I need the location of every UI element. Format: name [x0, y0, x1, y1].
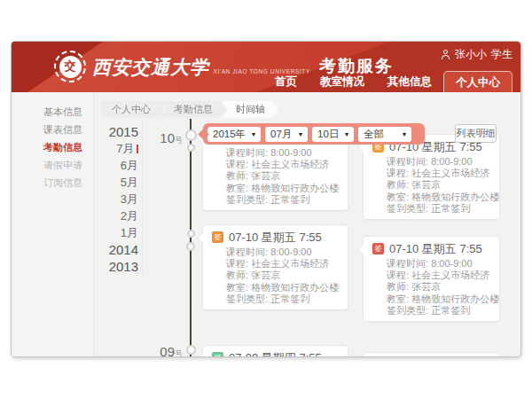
- user-name: 张小小: [455, 47, 487, 62]
- field-label: 课程时间:: [387, 258, 428, 269]
- field-value: 正常签到: [431, 203, 470, 214]
- field-label: 教师:: [387, 281, 409, 292]
- user-info[interactable]: 张小小 学生: [441, 47, 512, 62]
- field-label: 课程:: [387, 270, 409, 280]
- university-name: 西安交通大学: [92, 56, 209, 78]
- field-value: 正常签到: [270, 194, 309, 205]
- timeline-month-nav: 2015 7月 6月 5月 3月 2月 1月 2014 2013: [50, 123, 138, 275]
- card-header: 签 07-10 星期五 7:55: [212, 231, 339, 244]
- card-field: 教室: 格物致知行政办公楼: [387, 293, 490, 305]
- field-value: 格物致知行政办公楼: [411, 293, 499, 304]
- nav-item-classrooms[interactable]: 教室情况: [315, 71, 370, 92]
- nav-item-other-info[interactable]: 其他信息: [382, 71, 437, 92]
- field-value: 张芸京: [251, 270, 280, 280]
- user-icon: [441, 50, 450, 59]
- card-field: 教师: 张芸京: [226, 170, 339, 182]
- day-select[interactable]: 10日▾: [312, 127, 354, 142]
- card-header: 签 07-09 星期四 7:55: [212, 351, 339, 357]
- field-value: 社会主义市场经济: [251, 258, 329, 269]
- month-nav-march[interactable]: 3月: [50, 191, 138, 207]
- field-label: 教师:: [387, 179, 409, 190]
- day-label-10: 10号: [129, 130, 183, 146]
- list-detail-button[interactable]: 列表明细: [455, 124, 497, 143]
- breadcrumb-timeline[interactable]: 时间轴: [222, 101, 278, 118]
- field-value: 正常签到: [270, 293, 309, 304]
- breadcrumb-personal-center[interactable]: 个人中心: [101, 101, 164, 118]
- month-nav-2013[interactable]: 2013: [50, 258, 138, 275]
- card-title: 07-10 星期五 7:55: [389, 241, 482, 257]
- field-value: 张芸京: [411, 179, 441, 190]
- chevron-down-icon: ▾: [403, 130, 406, 138]
- card-field: 教室: 格物致知行政办公楼: [387, 192, 490, 203]
- nav-item-personal-center[interactable]: 个人中心: [443, 71, 512, 92]
- field-value: 格物致知行政办公楼: [251, 183, 339, 193]
- card-field: 课程: 社会主义市场经济: [226, 159, 339, 170]
- card-field: 教师: 张芸京: [387, 281, 490, 293]
- field-label: 课程时间:: [387, 156, 428, 167]
- field-value: 格物致知行政办公楼: [411, 192, 499, 202]
- logo-emblem: 交: [59, 56, 82, 78]
- card-field: 课程时间: 8:00-9:00: [387, 156, 490, 168]
- field-value: 8:00-9:00: [431, 156, 472, 167]
- timeline-node: [187, 144, 195, 152]
- field-value: 社会主义市场经济: [411, 270, 489, 280]
- university-logo-icon: 交: [54, 51, 86, 82]
- nav-item-home[interactable]: 首页: [270, 71, 302, 92]
- field-value: 正常签到: [431, 305, 470, 316]
- breadcrumb-attendance-info[interactable]: 考勤信息: [160, 101, 226, 118]
- card-field: 签到类型: 正常签到: [226, 194, 339, 206]
- sidebar-item-basic-info[interactable]: 基本信息: [12, 103, 93, 121]
- card-field: 签到类型: 正常签到: [387, 305, 490, 317]
- card-field: 签到类型: 正常签到: [226, 293, 339, 305]
- timeline-card: [363, 352, 500, 357]
- card-field: 课程: 社会主义市场经济: [387, 168, 490, 179]
- card-field: 课程: 社会主义市场经济: [226, 258, 339, 270]
- month-nav-january[interactable]: 1月: [50, 224, 138, 241]
- month-nav-2014[interactable]: 2014: [50, 241, 138, 258]
- field-label: 签到类型:: [387, 305, 428, 316]
- field-label: 签到类型:: [226, 194, 268, 205]
- field-label: 课程:: [226, 258, 248, 269]
- field-value: 8:00-9:00: [270, 246, 311, 257]
- month-nav-february[interactable]: 2月: [50, 207, 138, 224]
- card-field: 签到类型: 正常签到: [387, 203, 490, 215]
- card-fields: 课程时间: 8:00-9:00 课程: 社会主义市场经济 教师: 张芸京 教室:…: [212, 147, 339, 206]
- checkin-badge-icon: 签: [212, 352, 223, 357]
- day-label-09: 09号: [129, 344, 183, 357]
- timeline-axis: [190, 119, 192, 357]
- card-field: 教师: 张芸京: [226, 270, 339, 281]
- card-field: 教室: 格物致知行政办公楼: [226, 183, 339, 194]
- card-field: 教室: 格物致知行政办公楼: [226, 282, 339, 293]
- field-value: 8:00-9:00: [270, 147, 311, 158]
- month-nav-2015[interactable]: 2015: [50, 123, 138, 140]
- type-select[interactable]: 全部▾: [358, 127, 411, 142]
- card-field: 课程: 社会主义市场经济: [387, 270, 490, 281]
- month-nav-july[interactable]: 7月: [50, 140, 138, 157]
- field-label: 教师:: [226, 170, 248, 181]
- chevron-down-icon: ▾: [345, 130, 348, 138]
- card-fields: 课程时间: 8:00-9:00 课程: 社会主义市场经济 教师: 张芸京 教室:…: [372, 156, 490, 215]
- field-label: 教室:: [226, 183, 248, 193]
- field-label: 课程时间:: [226, 246, 268, 257]
- field-value: 格物致知行政办公楼: [251, 282, 339, 293]
- checkin-badge-icon: 签: [372, 243, 384, 254]
- app-header: 交 西安交通大学 XI'AN JIAO TONG UNIVERSITY 考勤服务…: [12, 42, 521, 92]
- card-title: 07-10 星期五 7:55: [229, 230, 322, 246]
- field-label: 教师:: [226, 270, 248, 280]
- field-label: 课程:: [387, 168, 409, 178]
- month-nav-may[interactable]: 5月: [50, 174, 138, 191]
- user-role: 学生: [491, 47, 512, 62]
- month-select[interactable]: 07月▾: [265, 127, 308, 142]
- field-label: 签到类型:: [226, 293, 268, 304]
- card-title: 07-09 星期四 7:55: [229, 350, 322, 358]
- date-filter-bar: 2015年▾ 07月▾ 10日▾ 全部▾: [203, 123, 425, 145]
- main-nav: 首页 教室情况 其他信息 个人中心: [263, 71, 512, 92]
- month-nav-june[interactable]: 6月: [50, 157, 138, 174]
- field-label: 教室:: [226, 282, 248, 293]
- chevron-down-icon: ▾: [252, 130, 255, 138]
- year-select[interactable]: 2015年▾: [207, 127, 261, 142]
- card-field: 课程时间: 8:00-9:00: [226, 147, 339, 159]
- card-field: 课程时间: 8:00-9:00: [226, 246, 339, 258]
- field-label: 课程时间:: [226, 147, 268, 158]
- card-fields: 课程时间: 8:00-9:00 课程: 社会主义市场经济 教师: 张芸京 教室:…: [372, 258, 490, 317]
